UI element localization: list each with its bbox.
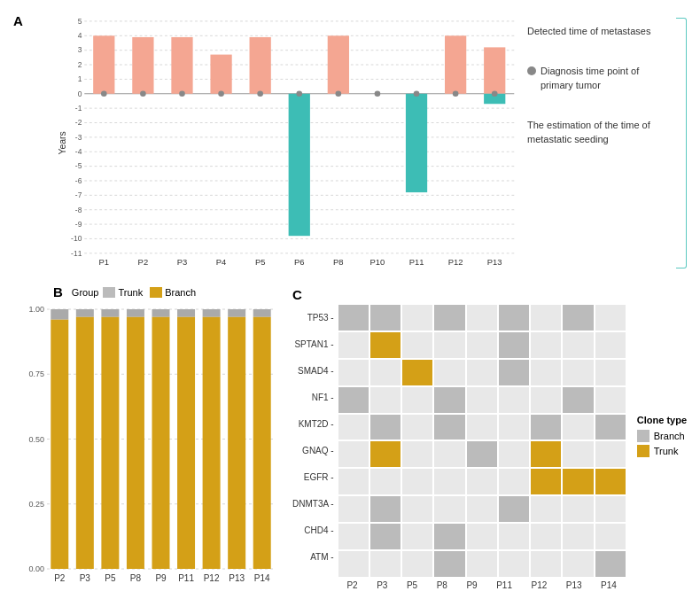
branch-legend-box (150, 287, 162, 298)
heatmap-x-label: P11 (496, 580, 512, 590)
heatmap-x-label: P14 (601, 580, 617, 590)
svg-rect-94 (177, 317, 195, 569)
heatmap-cell (338, 523, 369, 550)
svg-point-37 (101, 90, 107, 97)
svg-text:P8: P8 (333, 257, 344, 267)
heatmap-grid-wrap: P2P3P5P8P9P11P12P13P14 (338, 304, 626, 590)
heatmap-cell (401, 386, 433, 414)
heatmap-cell (595, 304, 626, 331)
heatmap-cell (466, 331, 498, 359)
heatmap-x-label: P12 (531, 580, 547, 590)
panel-c: C TP53 -SPTAN1 -SMAD4 -NF1 -KMT2D -GNAQ … (279, 284, 687, 590)
panel-a-chart: -11-10-9-8-7-6-5-4-3-2-1012345YearsP1P2P… (31, 9, 518, 277)
svg-text:P1: P1 (99, 257, 110, 267)
heatmap-cell (433, 440, 465, 468)
heatmap-cell (466, 414, 498, 441)
stacked-bar-area: 0.000.250.500.751.00P2P3P5P8P9P11P12P13P… (13, 303, 279, 590)
heatmap-cell (498, 468, 530, 495)
heatmap-cell (369, 495, 401, 523)
heatmap-legend-branch-label: Branch (654, 431, 685, 441)
svg-rect-90 (152, 309, 170, 317)
heatmap-cell (466, 304, 498, 331)
heatmap-cell (530, 386, 562, 414)
heatmap-cell (466, 495, 498, 523)
heatmap-legend-trunk-box (637, 445, 649, 457)
heatmap-cell (338, 440, 369, 468)
svg-rect-100 (228, 317, 245, 569)
svg-text:-4: -4 (75, 147, 82, 156)
svg-rect-102 (253, 309, 271, 317)
heatmap-cell (562, 495, 594, 523)
heatmap-x-label: P13 (566, 580, 582, 590)
svg-rect-61 (445, 35, 466, 93)
heatmap-cell (433, 495, 465, 523)
heatmap-cell (466, 523, 498, 550)
svg-rect-91 (152, 317, 170, 569)
heatmap-cell (338, 550, 369, 578)
heatmap-cell (401, 440, 433, 468)
svg-text:P2: P2 (54, 573, 66, 583)
svg-text:-6: -6 (75, 176, 82, 185)
heatmap-cell (530, 359, 562, 386)
heatmap-cell (338, 359, 369, 386)
heatmap-cell (338, 495, 369, 523)
svg-rect-85 (101, 317, 119, 569)
panel-a-label: A (13, 9, 31, 277)
heatmap-cell (433, 359, 465, 386)
panel-c-label: C (292, 287, 302, 302)
heatmap-y-label: KMT2D - (292, 419, 334, 429)
heatmap-cell (595, 414, 626, 441)
svg-rect-88 (127, 317, 144, 569)
chart-b-svg: 0.000.250.500.751.00P2P3P5P8P9P11P12P13P… (13, 303, 279, 590)
svg-rect-81 (76, 309, 94, 317)
heatmap-cell (530, 304, 562, 331)
heatmap-cell (530, 495, 562, 523)
heatmap-y-labels: TP53 -SPTAN1 -SMAD4 -NF1 -KMT2D -GNAQ -E… (292, 304, 338, 590)
heatmap-cell (562, 386, 594, 414)
heatmap-cell (369, 550, 401, 578)
heatmap-x-label: P8 (437, 580, 447, 590)
heatmap-cell (530, 440, 562, 468)
panel-a-legend: Detected time of metastases Diagnosis ti… (518, 9, 687, 277)
heatmap-y-label: SPTAN1 - (292, 339, 334, 349)
svg-rect-58 (406, 94, 427, 192)
heatmap-cell (562, 523, 594, 550)
svg-rect-44 (210, 55, 231, 94)
svg-text:P9: P9 (155, 573, 167, 583)
heatmap-y-label: DNMT3A - (292, 499, 334, 509)
heatmap-cell (369, 386, 401, 414)
heatmap-cell (498, 359, 530, 386)
svg-point-52 (296, 90, 302, 97)
svg-text:P5: P5 (105, 573, 116, 583)
svg-text:-3: -3 (75, 133, 82, 142)
svg-point-57 (375, 90, 381, 97)
heatmap-cell (338, 304, 369, 331)
heatmap-cell (595, 386, 626, 414)
heatmap-x-label: P9 (466, 580, 477, 590)
svg-text:-11: -11 (71, 249, 82, 258)
legend-metastases: Detected time of metastases (527, 26, 650, 36)
heatmap-cell (338, 414, 369, 441)
heatmap-cell (466, 550, 498, 578)
group-label: Group (72, 287, 99, 298)
heatmap-cell (466, 386, 498, 414)
svg-rect-47 (250, 37, 271, 94)
svg-text:P10: P10 (370, 257, 385, 267)
heatmap-cell (369, 359, 401, 386)
legend-diagnosis: Diagnosis time point of primary tumor (541, 65, 671, 92)
panel-b-label: B (53, 284, 63, 300)
heatmap-cell (369, 523, 401, 550)
svg-point-63 (453, 90, 459, 97)
svg-text:P14: P14 (254, 573, 270, 583)
heatmap-cell (562, 468, 594, 495)
heatmap-cell (401, 468, 433, 495)
heatmap-y-label: EGFR - (292, 472, 334, 482)
heatmap-y-label: ATM - (292, 552, 334, 562)
heatmap-cell (562, 550, 594, 578)
heatmap-y-label: CHD4 - (292, 525, 334, 535)
heatmap-cell (530, 414, 562, 441)
heatmap-cell (433, 304, 465, 331)
heatmap-legend-branch-box (637, 430, 649, 442)
svg-point-55 (336, 90, 342, 97)
heatmap-cell (433, 414, 465, 441)
